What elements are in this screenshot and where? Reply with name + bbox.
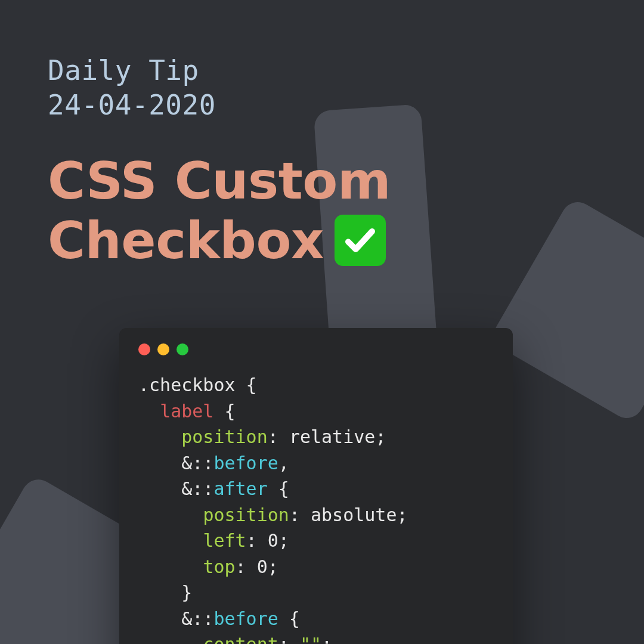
code-line: left: 0;: [138, 528, 494, 554]
close-icon: [138, 343, 150, 355]
code-line: content: "";: [138, 631, 494, 644]
minimize-icon: [157, 343, 169, 355]
subtitle: Daily Tip 24-04-2020: [48, 54, 596, 122]
subtitle-line1: Daily Tip: [48, 54, 596, 88]
code-line: &::after {: [138, 476, 494, 502]
code-line: }: [138, 580, 494, 606]
code-line: position: absolute;: [138, 502, 494, 528]
code-line: &::before {: [138, 606, 494, 632]
code-line: .checkbox {: [138, 372, 494, 398]
window-controls: [138, 343, 494, 355]
title-line1: CSS Custom: [48, 152, 596, 209]
subtitle-line2: 24-04-2020: [48, 88, 596, 123]
code-line: label {: [138, 398, 494, 425]
code-line: &::before,: [138, 450, 494, 476]
header-block: Daily Tip 24-04-2020 CSS Custom Checkbox: [0, 0, 644, 270]
code-line: top: 0;: [138, 554, 494, 580]
code-content: .checkbox { label { position: relative; …: [138, 372, 494, 644]
code-window: .checkbox { label { position: relative; …: [119, 328, 513, 644]
code-line: position: relative;: [138, 424, 494, 450]
check-mark-icon: [335, 215, 386, 266]
title-line2: Checkbox: [48, 212, 324, 269]
title: CSS Custom Checkbox: [48, 152, 596, 270]
maximize-icon: [177, 343, 188, 355]
